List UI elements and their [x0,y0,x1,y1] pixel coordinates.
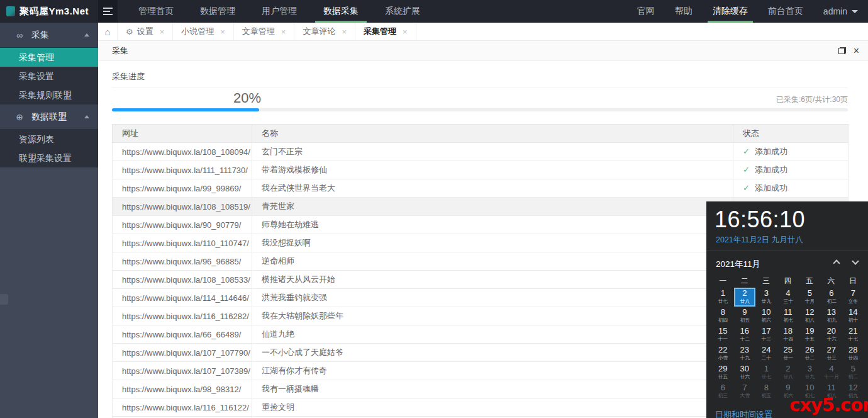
tab-close-icon[interactable]: × [160,27,165,37]
tab[interactable]: ⚙ 小说管理 × [173,23,234,40]
sidebar-item[interactable]: 采集设置 [0,67,98,86]
datetime-settings-link[interactable]: 日期和时间设置 [715,409,772,418]
calendar-day[interactable]: 8 初四 [712,307,734,325]
calendar-day[interactable]: 1 廿七 [712,288,734,307]
sidebar-item[interactable]: 采集管理 [0,48,98,67]
table-row: https://www.biquwx.la/111_111730/ 带着游戏模板… [113,161,849,179]
chevron-down-icon [852,10,858,13]
tab-strip: ⌂ ⚙ 设置 × ⚙ 小说管理 × ⚙ 文章管理 × ⚙ 文章评论 × ⚙ 采集… [98,23,868,41]
calendar-day[interactable]: 22 小雪 [712,344,734,363]
calendar-day[interactable]: 7 立冬 [842,288,864,307]
cell-url: https://www.biquwx.la/110_110747/ [113,234,252,252]
user-menu[interactable]: admin [813,0,868,23]
check-icon: ✓ [743,183,750,193]
calendar-day[interactable]: 1 廿七 [755,363,777,382]
cell-name: 带着游戏模板修仙 [252,161,733,179]
calendar-day[interactable]: 12 初八 [799,307,821,325]
cell-name: 我没想捉妖啊 [252,234,733,252]
calendar-day[interactable]: 29 廿五 [712,363,734,382]
clock-date[interactable]: 2021年11月2日 九月廿八 [716,235,803,246]
link-icon: ∞ [13,30,26,40]
calendar-day[interactable]: 5 十月 [799,288,821,307]
cell-name: 横推诸天从风云开始 [252,271,733,289]
calendar-day[interactable]: 4 十一月 [821,363,843,382]
cell-url: https://www.biquwx.la/111_111730/ [113,161,252,179]
cell-url: https://www.biquwx.la/116_116122/ [113,398,252,417]
top-nav-item[interactable]: 系统扩展 [372,0,433,23]
calendar-day[interactable]: 5 初二 [842,363,864,382]
calendar-day[interactable]: 6 初三 [712,382,734,401]
calendar-next-icon[interactable] [852,257,859,264]
calendar-day[interactable]: 8 初五 [755,382,777,401]
top-right-nav-item[interactable]: 清除缓存 [703,0,758,23]
top-nav-item[interactable]: 用户管理 [248,0,310,23]
cell-status: ✓添加成功 [733,143,849,161]
sidebar-toggle-icon[interactable] [98,0,118,23]
top-right-nav-item[interactable]: 官网 [627,0,665,23]
calendar-day[interactable]: 7 大雪 [734,382,756,401]
weekday-label: 日 [842,276,864,286]
check-icon: ✓ [743,147,750,156]
calendar-day[interactable]: 18 十四 [777,325,799,344]
divider [112,88,848,88]
calendar-day[interactable]: 13 初九 [821,307,843,325]
calendar-day[interactable]: 21 十七 [842,325,864,344]
sidebar-item[interactable]: 采集规则联盟 [0,86,98,104]
calendar-day[interactable]: 9 初五 [734,307,756,325]
tab-close-icon[interactable]: × [281,27,286,37]
logo[interactable]: 聚码屋Ym3.Net [0,0,98,23]
tab[interactable]: ⚙ 文章评论 × [294,23,355,40]
maximize-icon[interactable] [838,47,846,54]
calendar-prev-icon[interactable] [833,259,840,266]
calendar-day[interactable]: 3 廿九 [755,288,777,307]
top-nav-item[interactable]: 数据管理 [187,0,248,23]
sidebar-item[interactable]: 联盟采集设置 [0,149,98,167]
calendar-month-label[interactable]: 2021年11月 [716,259,760,270]
calendar-day[interactable]: 4 三十 [777,288,799,307]
tab[interactable]: ⚙ 设置 × [118,23,173,40]
cell-url: https://www.biquwx.la/107_107389/ [113,362,252,380]
calendar-day[interactable]: 28 廿四 [842,344,864,363]
sidebar-scroll-handle [0,294,8,305]
calendar-weekday-row: 一 二 三 四 五 六 日 [712,276,864,286]
calendar-day[interactable]: 25 廿一 [777,344,799,363]
tab-home[interactable]: ⌂ [98,23,118,40]
tab[interactable]: ⚙ 文章管理 × [234,23,295,40]
top-nav-item[interactable]: 数据采集 [310,0,372,23]
tab-close-icon[interactable]: × [342,27,347,37]
top-right-nav-item[interactable]: 前台首页 [758,0,813,23]
calendar-day[interactable]: 11 初七 [777,307,799,325]
calendar-day[interactable]: 15 十一 [712,325,734,344]
top-right-nav-item[interactable]: 帮助 [665,0,703,23]
calendar-day[interactable]: 27 廿三 [821,344,843,363]
collapse-arrow-icon [84,115,89,118]
calendar-day[interactable]: 19 十五 [799,325,821,344]
calendar-day[interactable]: 24 二十 [755,344,777,363]
cell-url: https://www.biquwx.la/114_114646/ [113,289,252,307]
tab-close-icon[interactable]: × [220,27,225,37]
cell-name: 我在大辖朝除妖那些年 [252,307,733,325]
close-icon[interactable]: × [854,46,859,56]
calendar-day[interactable]: 3 廿九 [799,363,821,382]
sidebar-item[interactable]: 资源列表 [0,130,98,149]
cell-name: 逆命相师 [252,252,733,271]
calendar-day[interactable]: 26 廿二 [799,344,821,363]
calendar-day[interactable]: 17 十三 [755,325,777,344]
calendar-day[interactable]: 2 廿八 [734,288,756,307]
tab-close-icon[interactable]: × [403,27,408,37]
sidebar-section-header-union[interactable]: ⊕ 数据联盟 [0,104,98,130]
calendar-day[interactable]: 23 十九 [734,344,756,363]
sidebar-section-header-collect[interactable]: ∞ 采集 [0,23,98,48]
calendar-day[interactable]: 20 十六 [821,325,843,344]
calendar-day[interactable]: 6 初二 [821,288,843,307]
calendar-day[interactable]: 2 廿八 [777,363,799,382]
col-header-status: 状态 [733,125,849,143]
calendar-day[interactable]: 10 初六 [755,307,777,325]
tab[interactable]: ⚙ 采集管理 × [355,23,416,40]
calendar-day[interactable]: 16 十二 [734,325,756,344]
top-nav-item[interactable]: 管理首页 [125,0,187,23]
calendar-day[interactable]: 30 廿六 [734,363,756,382]
cell-status: ✓添加成功 [733,179,849,198]
calendar-day[interactable]: 14 初十 [842,307,864,325]
user-name: admin [823,6,847,16]
